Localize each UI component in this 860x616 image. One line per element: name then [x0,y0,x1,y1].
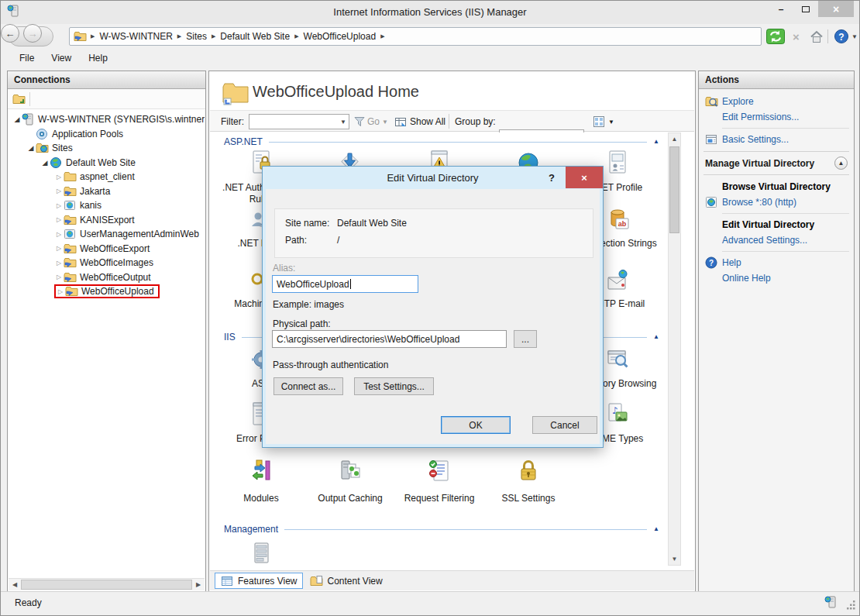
tree-item-w-ws-wintner-synergis-s-wintner-[interactable]: ◢W-WS-WINTNER (SYNERGIS\s.wintner) [8,112,205,127]
scrollbar-thumb[interactable] [669,146,679,233]
tree-item-webofficeimages[interactable]: ▷WebOfficeImages [8,256,205,270]
feature-output-caching[interactable]: Output Caching [306,458,394,504]
ok-button[interactable]: OK [441,416,511,434]
test-settings-button[interactable]: Test Settings... [354,377,434,395]
action-online-help[interactable]: Online Help [703,270,849,286]
scroll-right-arrow[interactable]: ▶ [193,580,204,590]
vdir-icon [64,271,77,284]
vdir-icon [65,285,78,298]
tree-item-application-pools[interactable]: Application Pools [8,127,205,142]
action-help[interactable]: ?Help [703,255,849,270]
server-status-icon [824,596,838,611]
alias-input[interactable]: WebOfficeUpload [272,275,418,293]
tree-horizontal-scrollbar[interactable]: ◀ ▶ [9,578,205,590]
svg-text:?: ? [838,32,844,43]
minimize-button[interactable]: – [769,1,793,17]
action-edit-permissions-[interactable]: Edit Permissions... [703,109,849,125]
connect-as-button[interactable]: Connect as... [273,377,343,395]
refresh-button[interactable] [765,28,785,45]
maximize-button[interactable] [794,1,817,17]
show-all-button[interactable]: Show All [410,114,445,129]
iis-manager-window: Internet Information Services (IIS) Mana… [0,0,860,616]
tree-item-label: W-WS-WINTNER (SYNERGIS\s.wintner) [38,114,205,125]
tree-item-jakarta[interactable]: ▷Jakarta [8,184,205,199]
scrollbar-thumb[interactable] [21,580,192,590]
menu-view[interactable]: View [51,49,71,67]
menu-help[interactable]: Help [88,49,108,67]
back-button[interactable]: ← [1,24,19,43]
tree-item-usermanagementadminweb[interactable]: ▷UserManagementAdminWeb [8,227,205,242]
actions-list: ExploreEdit Permissions...Basic Settings… [699,89,854,286]
title-bar: Internet Information Services (IIS) Mana… [1,1,859,24]
action-basic-settings-[interactable]: Basic Settings... [703,132,849,147]
tree-expander-closed[interactable]: ▷ [54,188,64,194]
help-button[interactable]: ? [831,28,851,45]
tree-item-webofficeupload[interactable]: ▷WebOfficeUpload [8,284,205,299]
help-dropdown-caret[interactable]: ▼ [850,28,859,45]
breadcrumb-item-default-web-site[interactable]: Default Web Site [218,31,292,42]
scroll-up-arrow[interactable]: ▲ [669,133,680,145]
tree-item-kanis[interactable]: ▷kanis [8,198,205,213]
stop-button[interactable]: × [786,28,806,45]
tab-features-view[interactable]: Features View [215,573,303,589]
physical-path-input[interactable]: C:\arcgisserver\directories\WebOfficeUpl… [272,330,507,348]
tree-item-kanisexport[interactable]: ▷KANISExport [8,213,205,228]
tree-item-label: Default Web Site [66,157,137,168]
tree-item-sites[interactable]: ◢Sites [8,141,205,156]
filter-input[interactable]: ▼ [249,114,349,129]
tree-item-webofficeexport[interactable]: ▷WebOfficeExport [8,242,205,256]
action-label: Basic Settings... [722,134,789,145]
tree-expander-closed[interactable]: ▷ [54,216,64,223]
modules-icon [217,458,305,484]
feature-ssl-settings[interactable]: SSL Settings [484,458,573,504]
go-button[interactable]: Go [367,114,380,129]
tree-expander-closed[interactable]: ▷ [54,202,64,209]
action-explore[interactable]: Explore [703,94,849,109]
content-vertical-scrollbar[interactable]: ▲ ▼ [668,132,681,566]
tree-expander-closed[interactable]: ▷ [54,174,64,181]
scroll-left-arrow[interactable]: ◀ [9,580,20,590]
tree-expander-closed[interactable]: ▷ [54,274,64,280]
chevron-up-icon[interactable]: ▲ [834,157,848,170]
explore-icon [705,95,722,108]
tree-expander-closed[interactable]: ▷ [54,260,64,267]
home-button[interactable] [807,28,826,45]
tree-expander-closed[interactable]: ▷ [54,231,64,238]
tree-expander-closed[interactable]: ▷ [54,245,64,252]
breadcrumb-item-w-ws-wintner[interactable]: W-WS-WINTNER [97,31,174,42]
tree-expander-open[interactable]: ◢ [26,144,36,152]
tree-item-default-web-site[interactable]: ◢Default Web Site [8,156,205,170]
view-mode-caret[interactable]: ▼ [608,114,614,129]
action-advanced-settings-[interactable]: Advanced Settings... [703,232,849,248]
tree-expander-open[interactable]: ◢ [12,115,22,123]
section-collapse-caret[interactable]: ▲ [647,138,659,145]
breadcrumb-item-sites[interactable]: Sites [184,31,209,42]
save-connection-icon[interactable] [12,93,26,105]
breadcrumb[interactable]: ▶W-WS-WINTNER▶Sites▶Default Web Site▶Web… [69,27,762,46]
dialog-help-button[interactable]: ? [545,170,559,184]
tree-item-webofficeoutput[interactable]: ▷WebOfficeOutput [8,270,205,285]
breadcrumb-item-webofficeupload[interactable]: WebOfficeUpload [301,31,379,42]
tab-content-view[interactable]: Content View [304,573,387,589]
tree-item-label: WebOfficeImages [80,257,155,268]
scroll-down-arrow[interactable]: ▼ [669,553,680,565]
dialog-close-button[interactable]: × [566,167,603,188]
forward-button[interactable]: → [23,24,42,43]
cancel-button[interactable]: Cancel [532,416,597,434]
view-tabs-bar: Features ViewContent View [210,570,694,590]
menu-file[interactable]: File [19,49,34,67]
passthrough-label: Pass-through authentication [273,360,388,370]
feature-modules[interactable]: Modules [217,458,305,504]
section-collapse-caret[interactable]: ▲ [647,333,659,340]
tree-item-aspnet-client[interactable]: ▷aspnet_client [8,170,205,184]
view-mode-button[interactable] [593,114,606,129]
tree-expander-closed[interactable]: ▷ [56,288,65,295]
tree-expander-open[interactable]: ◢ [40,159,50,167]
section-collapse-caret[interactable]: ▲ [647,525,659,532]
go-dropdown-caret[interactable]: ▼ [382,114,388,129]
browse-button[interactable]: ... [514,330,537,348]
feature-request-filtering[interactable]: Request Filtering [395,458,483,504]
close-button[interactable]: × [818,1,854,17]
feature-confed[interactable] [217,541,305,570]
action-browse-80-http-[interactable]: Browse *:80 (http) [703,194,849,210]
